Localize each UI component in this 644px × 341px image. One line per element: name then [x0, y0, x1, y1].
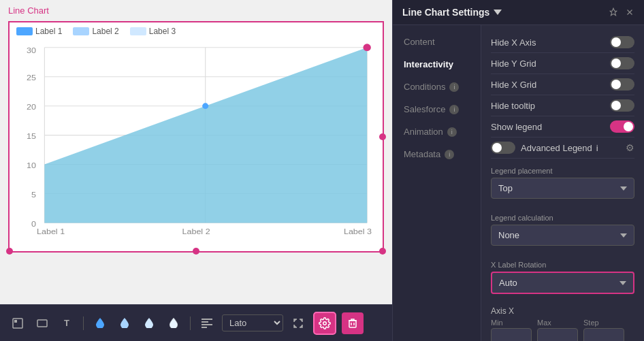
- hide-x-axis-toggle[interactable]: [610, 36, 634, 48]
- interactivity-label: Interactivity: [404, 59, 453, 69]
- legend-calculation-select[interactable]: None Sum Average Min Max: [491, 225, 634, 246]
- legend-placement-label: Legend placement: [491, 167, 634, 175]
- legend-calculation-label: Legend calculation: [491, 214, 634, 222]
- panel-body: Content Interactivity Conditions i Sales…: [393, 25, 644, 341]
- drop-icon-2[interactable]: [115, 314, 134, 333]
- legend-calculation-wrapper: None Sum Average Min Max: [491, 225, 634, 253]
- advanced-legend-gear-icon[interactable]: ⚙: [626, 142, 634, 153]
- panel-title-text: Line Chart Settings: [402, 7, 489, 18]
- metadata-info-icon: i: [445, 150, 454, 159]
- axis-x-max-col: Max: [537, 319, 578, 341]
- hide-x-axis-label: Hide X Axis: [491, 37, 536, 48]
- svg-rect-29: [202, 327, 207, 328]
- legend-swatch-2: [73, 27, 89, 35]
- toggle-hide-x-axis: Hide X Axis: [491, 32, 634, 53]
- metadata-label: Metadata: [404, 149, 440, 159]
- type-icon[interactable]: T: [57, 314, 76, 333]
- svg-point-22: [202, 103, 208, 109]
- svg-text:Label 3: Label 3: [344, 227, 372, 236]
- legend-placement-select[interactable]: Top Bottom Left Right: [491, 178, 634, 199]
- sidebar-item-conditions[interactable]: Conditions i: [393, 76, 481, 98]
- panel-title-chevron: [494, 10, 502, 15]
- panel-nav: Content Interactivity Conditions i Sales…: [393, 25, 481, 341]
- advanced-legend-row: Advanced Legend i: [491, 142, 598, 154]
- advanced-legend-toggle[interactable]: [491, 142, 515, 154]
- hide-y-grid-toggle[interactable]: [610, 57, 634, 69]
- axis-x-title: Axis X: [491, 306, 634, 316]
- toggle-hide-x-grid: Hide X Grid: [491, 74, 634, 95]
- axis-x-section: Axis X Min Max Step: [491, 306, 634, 341]
- gear-button[interactable]: [313, 312, 336, 335]
- hide-tooltip-toggle[interactable]: [610, 99, 634, 112]
- svg-point-21: [363, 44, 370, 51]
- animation-info-icon: i: [447, 127, 457, 137]
- panel-header: Line Chart Settings: [393, 0, 644, 25]
- sidebar-item-metadata[interactable]: Metadata i: [393, 143, 481, 165]
- text-tool-icon[interactable]: [33, 314, 52, 333]
- close-icon[interactable]: [625, 7, 634, 17]
- conditions-label: Conditions: [404, 82, 445, 92]
- resize-right[interactable]: [379, 133, 386, 140]
- legend-label-2: Label 2: [92, 27, 118, 36]
- advanced-legend-info-icon: i: [596, 143, 598, 153]
- legend-placement-wrapper: Top Bottom Left Right: [491, 178, 634, 206]
- chart-border[interactable]: Label 1 Label 2 Label 3 0 5 10 15 20: [8, 21, 384, 253]
- x-label-rotation-wrapper: Auto 0° 30° 45° 60° 90°: [491, 272, 634, 301]
- panel-content: Hide X Axis Hide Y Grid Hide X Grid Hide…: [481, 25, 644, 341]
- x-label-rotation-label: X Label Rotation: [491, 261, 634, 269]
- svg-text:0: 0: [31, 219, 36, 229]
- hide-x-grid-label: Hide X Grid: [491, 80, 536, 90]
- svg-rect-31: [349, 321, 356, 327]
- delete-button[interactable]: [342, 312, 364, 334]
- resize-bottom-right[interactable]: [379, 248, 386, 255]
- settings-panel: Line Chart Settings Content Interactivit…: [392, 0, 644, 341]
- resize-bottom-left[interactable]: [6, 248, 13, 255]
- axis-x-min-label: Min: [491, 319, 532, 327]
- font-select[interactable]: Lato Arial Helvetica: [222, 314, 283, 331]
- hide-x-grid-toggle[interactable]: [610, 78, 634, 91]
- axis-x-row: Min Max Step: [491, 319, 634, 341]
- svg-text:25: 25: [27, 73, 36, 82]
- show-legend-toggle[interactable]: [610, 120, 634, 133]
- toggle-hide-tooltip: Hide tooltip: [491, 95, 634, 116]
- show-legend-label: Show legend: [491, 122, 542, 132]
- svg-point-30: [323, 321, 327, 325]
- align-icon[interactable]: [197, 314, 216, 333]
- sidebar-item-content[interactable]: Content: [393, 31, 481, 53]
- legend-label-1: Label 1: [35, 27, 62, 36]
- svg-text:20: 20: [27, 102, 36, 112]
- legend-item-3: Label 3: [130, 27, 176, 36]
- advanced-legend-label: Advanced Legend i: [521, 143, 598, 153]
- toolbar-divider-1: [83, 316, 84, 330]
- pin-icon[interactable]: [609, 7, 618, 17]
- expand-icon[interactable]: [289, 314, 308, 333]
- legend-swatch-3: [130, 27, 146, 35]
- sidebar-item-animation[interactable]: Animation i: [393, 120, 481, 143]
- select-tool-icon[interactable]: [8, 314, 27, 333]
- svg-text:5: 5: [31, 190, 36, 199]
- axis-x-step-input[interactable]: [583, 328, 624, 341]
- legend-item-2: Label 2: [73, 27, 118, 36]
- resize-bottom[interactable]: [193, 248, 199, 255]
- legend-swatch-1: [16, 27, 33, 35]
- drop-icon-3[interactable]: [140, 314, 159, 333]
- bottom-toolbar: T Lato Arial Helvetica: [0, 304, 392, 341]
- axis-x-min-col: Min: [491, 319, 532, 341]
- legend-label-3: Label 3: [149, 27, 176, 36]
- toggle-advanced-legend: Advanced Legend i ⚙: [491, 137, 634, 159]
- panel-header-icons: [609, 7, 634, 17]
- salesforce-label: Salesforce: [404, 104, 445, 114]
- sidebar-item-salesforce[interactable]: Salesforce i: [393, 98, 481, 120]
- chart-legend: Label 1 Label 2 Label 3: [10, 22, 383, 40]
- axis-x-step-col: Step: [583, 319, 624, 341]
- axis-x-max-input[interactable]: [537, 328, 578, 341]
- axis-x-max-label: Max: [537, 319, 578, 327]
- sidebar-item-interactivity[interactable]: Interactivity: [393, 53, 481, 76]
- svg-rect-28: [202, 324, 212, 325]
- axis-x-min-input[interactable]: [491, 328, 532, 341]
- drop-icon-1[interactable]: [91, 314, 110, 333]
- drop-icon-4[interactable]: [164, 314, 183, 333]
- animation-label: Animation: [404, 127, 443, 137]
- conditions-info-icon: i: [449, 82, 459, 92]
- x-label-rotation-select[interactable]: Auto 0° 30° 45° 60° 90°: [491, 272, 634, 294]
